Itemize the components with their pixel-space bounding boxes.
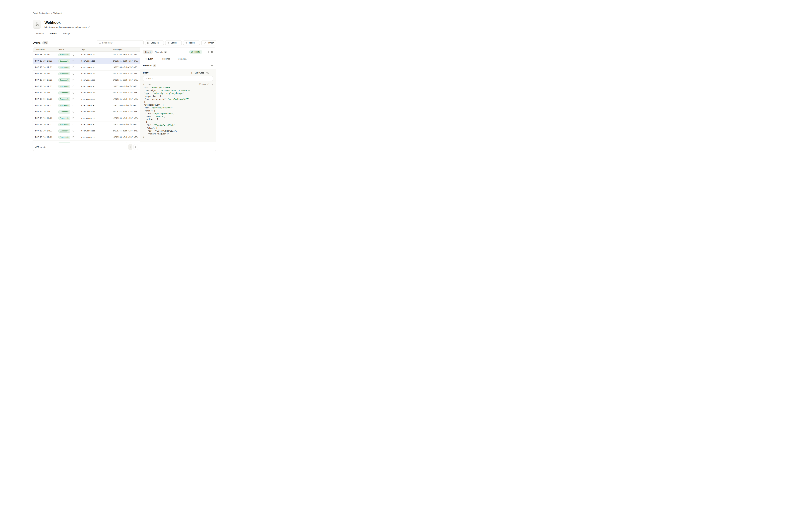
table-row[interactable]: NOV 18 10:17:22Successfuluser.createdb49… bbox=[33, 90, 140, 96]
retry-icon[interactable] bbox=[72, 79, 74, 81]
time-range-label: Last 24h bbox=[151, 42, 159, 44]
json-items-meta[interactable]: {1 item ↑ bbox=[143, 83, 154, 86]
status-badge: Successful bbox=[58, 53, 70, 56]
destination-header: Webhook http://mock.hookdeck.com/webhook… bbox=[33, 20, 216, 28]
table-row[interactable]: NOV 18 10:17:22Successfuluser.createdb49… bbox=[33, 115, 140, 121]
message-id-cell: b4925365-b8cf-42b7-a76… bbox=[113, 117, 138, 119]
message-id-cell: b4925365-b8cf-42b7-a76… bbox=[113, 111, 138, 113]
headers-label: Headers bbox=[143, 64, 151, 67]
destination-tabs: Overview Events Settings bbox=[33, 32, 216, 37]
json-line: "item": { bbox=[143, 127, 213, 130]
status-badge: Successful bbox=[58, 91, 70, 94]
tab-events[interactable]: Events bbox=[48, 32, 58, 37]
retry-icon[interactable] bbox=[72, 111, 74, 113]
status-badge: Successful bbox=[58, 59, 70, 63]
message-id-cell: b4925365-b8cf-42b7-a76… bbox=[113, 79, 138, 81]
json-line: "id": "5HycQYuqK3eF5a2v", bbox=[143, 112, 213, 115]
timestamp-cell: NOV 18 10:17:22 bbox=[35, 124, 58, 126]
json-line: "id": "P2NoRtyZoTc46X3B", bbox=[143, 86, 213, 89]
copy-body-icon[interactable] bbox=[206, 72, 209, 74]
tab-request[interactable]: Request bbox=[143, 56, 155, 62]
status-cell: Successful bbox=[58, 142, 81, 143]
table-row[interactable]: NOV 18 10:17:22Successfuluser.createdb49… bbox=[33, 58, 140, 64]
status-badge: Successful bbox=[58, 85, 70, 88]
attempts-label: Attempts bbox=[155, 51, 163, 53]
tab-settings[interactable]: Settings bbox=[61, 32, 72, 37]
filter-by-id-input[interactable] bbox=[102, 42, 142, 44]
table-row[interactable]: NOV 18 10:17:22Successfuluser.createdb49… bbox=[33, 96, 140, 102]
message-id-cell: b4925365-b8cf-42b7-a76… bbox=[113, 73, 138, 75]
retry-icon[interactable] bbox=[72, 54, 74, 56]
panel-tabs: Request Response Metadata bbox=[140, 56, 216, 62]
table-row[interactable]: NOV 18 10:17:22Successfuluser.createdb49… bbox=[33, 128, 140, 134]
headers-section[interactable]: Headers 3 bbox=[140, 62, 216, 69]
collapse-body-chevron-up-icon[interactable] bbox=[211, 72, 213, 74]
retry-icon[interactable] bbox=[72, 98, 74, 100]
retry-icon[interactable] bbox=[72, 92, 74, 94]
table-row[interactable]: NOV 18 10:17:22Successfuluser.createdb49… bbox=[33, 64, 140, 71]
retry-icon[interactable] bbox=[72, 86, 74, 88]
webhook-icon bbox=[35, 22, 39, 26]
json-line: "subscription": { bbox=[143, 103, 213, 107]
breadcrumb-parent-link[interactable]: Event Destinations bbox=[33, 12, 50, 14]
prev-page-button[interactable] bbox=[128, 144, 132, 150]
retry-icon[interactable] bbox=[72, 66, 74, 69]
timestamp-cell: NOV 18 10:17:22 bbox=[35, 73, 58, 75]
collapse-all-button[interactable]: Collapse all ↑ bbox=[197, 83, 213, 86]
table-row[interactable]: NOV 18 10:17:22Successfuluser.createdb49… bbox=[33, 121, 140, 128]
message-id-cell: b4925365-b8cf-42b7-a76… bbox=[113, 54, 138, 56]
retry-icon[interactable] bbox=[72, 60, 74, 62]
copy-url-icon[interactable] bbox=[88, 26, 90, 28]
timestamp-cell: NOV 18 10:17:22 bbox=[35, 111, 58, 113]
breadcrumb: Event Destinations / Webhook bbox=[33, 12, 216, 14]
message-id-cell: b4925365-b8cf-42b7-a76… bbox=[113, 130, 138, 132]
table-row[interactable]: NOV 18 10:17:22Successfuluser.createdb49… bbox=[33, 83, 140, 90]
retry-event-icon[interactable] bbox=[206, 51, 209, 53]
table-row[interactable]: NOV 18 10:17:22Successfuluser.createdb49… bbox=[33, 140, 140, 143]
table-row[interactable]: NOV 18 10:17:22Successfuluser.createdb49… bbox=[33, 134, 140, 140]
body-filter-input[interactable] bbox=[148, 77, 211, 80]
json-line: }, bbox=[143, 101, 213, 103]
retry-icon[interactable] bbox=[72, 104, 74, 107]
topic-cell: user.created bbox=[81, 124, 113, 126]
retry-icon[interactable] bbox=[72, 117, 74, 119]
calendar-icon bbox=[147, 42, 149, 44]
refresh-button[interactable]: Refresh bbox=[201, 40, 216, 45]
table-row[interactable]: NOV 18 10:17:22Successfuluser.createdb49… bbox=[33, 71, 140, 77]
next-page-button[interactable] bbox=[134, 144, 138, 150]
time-range-button[interactable]: Last 24h bbox=[145, 40, 164, 45]
column-header: Timestamp bbox=[35, 48, 58, 51]
status-cell: Successful bbox=[58, 66, 81, 69]
timestamp-cell: NOV 18 10:17:22 bbox=[35, 98, 58, 100]
status-cell: Successful bbox=[58, 85, 81, 88]
events-total: 472events bbox=[35, 146, 46, 148]
divider bbox=[204, 50, 204, 54]
chevron-down-icon bbox=[160, 42, 162, 44]
retry-icon[interactable] bbox=[72, 73, 74, 75]
table-row[interactable]: NOV 18 10:17:22Successfuluser.createdb49… bbox=[33, 77, 140, 83]
retry-icon[interactable] bbox=[72, 130, 74, 132]
refresh-label: Refresh bbox=[207, 42, 214, 44]
json-line: "id": "MJ2oy747MNQXELAo", bbox=[143, 130, 213, 132]
chevron-down-icon[interactable] bbox=[211, 64, 213, 67]
retry-icon[interactable] bbox=[72, 136, 74, 138]
table-row[interactable]: NOV 18 10:17:22Successfuluser.createdb49… bbox=[33, 52, 140, 58]
status-badge: Successful bbox=[58, 97, 70, 101]
events-total-count: 472 bbox=[35, 146, 39, 148]
status-cell: Successful bbox=[58, 78, 81, 82]
body-filter-box bbox=[143, 76, 213, 81]
table-row[interactable]: NOV 18 10:17:22Successfuluser.createdb49… bbox=[33, 102, 140, 109]
tab-response[interactable]: Response bbox=[159, 56, 172, 62]
retry-icon[interactable] bbox=[72, 124, 74, 126]
close-icon[interactable] bbox=[211, 51, 213, 53]
chevron-right-icon bbox=[135, 146, 137, 148]
structured-view-toggle[interactable]: {} Structured bbox=[191, 72, 204, 74]
tab-overview[interactable]: Overview bbox=[33, 32, 45, 37]
topics-filter-button[interactable]: Topics bbox=[183, 40, 200, 45]
event-toggle-button[interactable]: Event bbox=[143, 50, 153, 54]
message-id-cell: b4925365-b8cf-42b7-a76… bbox=[113, 85, 138, 88]
status-filter-button[interactable]: Status bbox=[165, 40, 182, 45]
table-row[interactable]: NOV 18 10:17:22Successfuluser.createdb49… bbox=[33, 109, 140, 115]
attempts-toggle-button[interactable]: Attempts 3 bbox=[155, 51, 167, 53]
tab-metadata[interactable]: Metadata bbox=[176, 56, 188, 62]
